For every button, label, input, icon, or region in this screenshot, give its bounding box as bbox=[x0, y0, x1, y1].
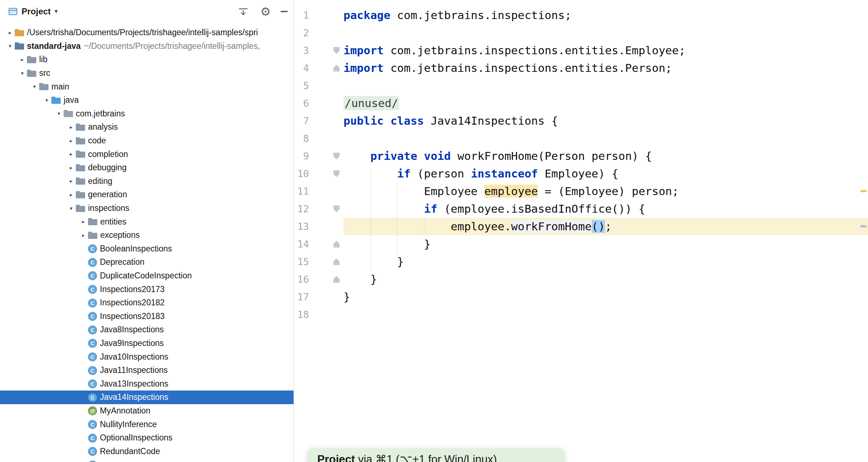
code-line-12[interactable]: 12 if (employee.isBasedInOffice()) { bbox=[294, 200, 868, 218]
tree-item-java10inspections[interactable]: CJava10Inspections bbox=[0, 350, 294, 364]
project-panel-header: Project ▾ ⚙ bbox=[0, 0, 294, 23]
tree-item-editing[interactable]: ▸editing bbox=[0, 175, 294, 188]
tree-item-deprecation[interactable]: CDeprecation bbox=[0, 255, 294, 269]
code-editor[interactable]: 1package com.jetbrains.inspections;23imp… bbox=[294, 0, 868, 462]
tree-item-debugging[interactable]: ▸debugging bbox=[0, 161, 294, 175]
tree-item-java9inspections[interactable]: CJava9Inspections bbox=[0, 337, 294, 350]
chevron-down-icon[interactable]: ▾ bbox=[18, 70, 27, 77]
gear-icon[interactable]: ⚙ bbox=[259, 5, 272, 18]
chevron-right-icon[interactable]: ▸ bbox=[5, 29, 15, 36]
code-token: } bbox=[343, 255, 404, 268]
code-token: ; bbox=[605, 220, 612, 233]
tree-item-main[interactable]: ▾main bbox=[0, 80, 294, 93]
line-number[interactable]: 6 bbox=[294, 94, 343, 112]
tree-item-com-jetbrains[interactable]: ▾com.jetbrains bbox=[0, 107, 294, 121]
error-stripe-mark[interactable] bbox=[860, 225, 867, 227]
tree-item-label: editing bbox=[88, 176, 112, 186]
code-line-5[interactable]: 5 bbox=[294, 77, 868, 94]
code-line-13[interactable]: 13 employee.workFromHome(); bbox=[294, 218, 868, 235]
tree-item-src[interactable]: ▾src bbox=[0, 66, 294, 80]
tree-item-inspections20182[interactable]: CInspections20182 bbox=[0, 296, 294, 310]
tree-item-code[interactable]: ▸code bbox=[0, 134, 294, 148]
tree-item-lib[interactable]: ▸lib bbox=[0, 53, 294, 66]
hide-panel-icon[interactable] bbox=[278, 5, 290, 18]
chevron-right-icon[interactable]: ▸ bbox=[66, 191, 76, 198]
tree-item-exceptions[interactable]: ▸exceptions bbox=[0, 228, 294, 242]
folder-icon bbox=[76, 163, 85, 172]
line-number[interactable]: 17 bbox=[294, 288, 343, 306]
code-token: (person bbox=[411, 167, 471, 180]
line-number[interactable]: 8 bbox=[294, 130, 343, 147]
line-number[interactable]: 2 bbox=[294, 24, 343, 42]
tree-item-nullityinference[interactable]: CNullityInference bbox=[0, 417, 294, 431]
tree-item-completion[interactable]: ▸completion bbox=[0, 147, 294, 161]
tree-item-generation[interactable]: ▸generation bbox=[0, 188, 294, 202]
chevron-down-icon[interactable]: ▾ bbox=[42, 97, 51, 103]
chevron-right-icon[interactable]: ▸ bbox=[66, 165, 76, 171]
code-line-10[interactable]: 10 if (person instanceof Employee) { bbox=[294, 165, 868, 183]
tree-item-inspections20173[interactable]: CInspections20173 bbox=[0, 282, 294, 296]
code-line-8[interactable]: 8 bbox=[294, 130, 868, 147]
code-line-18[interactable]: 18 bbox=[294, 306, 868, 323]
package-icon bbox=[64, 109, 73, 118]
code-line-7[interactable]: 7public class Java14Inspections { bbox=[294, 112, 868, 130]
chevron-right-icon[interactable]: ▸ bbox=[66, 138, 76, 144]
tree-item-java[interactable]: ▾java bbox=[0, 93, 294, 107]
tree-item-inspections20183[interactable]: CInspections20183 bbox=[0, 309, 294, 323]
project-panel-title[interactable]: Project bbox=[22, 0, 51, 23]
tree-item-standard-java[interactable]: ▾standard-java~/Documents/Projects/trish… bbox=[0, 40, 294, 53]
tree-item--users-trisha-documents-projects-trishagee-intellij-samples-spri[interactable]: ▸/Users/trisha/Documents/Projects/trisha… bbox=[0, 26, 294, 40]
chevron-down-icon[interactable]: ▾ bbox=[55, 0, 58, 23]
collapse-all-icon[interactable] bbox=[237, 5, 249, 18]
code-line-4[interactable]: 4import com.jetbrains.inspections.entiti… bbox=[294, 59, 868, 77]
tree-item-duplicatecodeinspection[interactable]: CDuplicateCodeInspection bbox=[0, 269, 294, 283]
chevron-down-icon[interactable]: ▾ bbox=[66, 205, 76, 212]
code-token: private void bbox=[370, 149, 451, 162]
tree-item-java11inspections[interactable]: CJava11Inspections bbox=[0, 364, 294, 377]
tree-item-label: Inspections20173 bbox=[100, 285, 165, 294]
line-number[interactable]: 7 bbox=[294, 112, 343, 130]
folder-source-icon bbox=[51, 96, 61, 105]
tree-item-entities[interactable]: ▸entities bbox=[0, 215, 294, 228]
code-line-6[interactable]: 6/unused/ bbox=[294, 94, 868, 112]
code-line-14[interactable]: 14 } bbox=[294, 235, 868, 253]
shortcut-tooltip[interactable]: Project via ⌘1 (⌥+1 for Win/Linux) bbox=[308, 448, 564, 462]
line-number[interactable]: 5 bbox=[294, 77, 343, 94]
tree-item-analysis[interactable]: ▸analysis bbox=[0, 120, 294, 134]
tree-item-booleaninspections[interactable]: CBooleanInspections bbox=[0, 242, 294, 256]
tree-item-optionalinspections[interactable]: COptionalInspections bbox=[0, 431, 294, 445]
code-line-1[interactable]: 1package com.jetbrains.inspections; bbox=[294, 6, 868, 24]
tree-item-redundantcode[interactable]: CRedundantCode bbox=[0, 444, 294, 458]
chevron-right-icon[interactable]: ▸ bbox=[66, 124, 76, 130]
chevron-right-icon[interactable]: ▸ bbox=[79, 232, 88, 239]
chevron-down-icon[interactable]: ▾ bbox=[5, 43, 15, 49]
line-number[interactable]: 1 bbox=[294, 6, 343, 24]
tooltip-shortcut-text: via ⌘1 (⌥+1 for Win/Linux) bbox=[355, 453, 497, 462]
code-line-11[interactable]: 11 Employee employee = (Employee) person… bbox=[294, 183, 868, 200]
code-line-3[interactable]: 3import com.jetbrains.inspections.entiti… bbox=[294, 42, 868, 59]
chevron-right-icon[interactable]: ▸ bbox=[66, 178, 76, 184]
chevron-right-icon[interactable]: ▸ bbox=[66, 151, 76, 157]
code-line-2[interactable]: 2 bbox=[294, 24, 868, 42]
code-text: if (person instanceof Employee) { bbox=[343, 165, 868, 183]
tree-item-java8inspections[interactable]: CJava8Inspections bbox=[0, 323, 294, 337]
code-line-15[interactable]: 15 } bbox=[294, 253, 868, 271]
project-tool-window: Project ▾ ⚙ ▸/Users/trisha/Documents/Pro… bbox=[0, 0, 294, 462]
chevron-right-icon[interactable]: ▸ bbox=[79, 218, 88, 225]
tree-item-inspections[interactable]: ▾inspections bbox=[0, 202, 294, 215]
chevron-right-icon[interactable]: ▸ bbox=[18, 56, 27, 63]
code-line-17[interactable]: 17} bbox=[294, 288, 868, 306]
tree-item-myannotation[interactable]: @MyAnnotation bbox=[0, 404, 294, 418]
line-number[interactable]: 11 bbox=[294, 183, 343, 200]
error-stripe-mark[interactable] bbox=[860, 190, 867, 192]
chevron-down-icon[interactable]: ▾ bbox=[54, 110, 64, 117]
code-line-16[interactable]: 16 } bbox=[294, 271, 868, 288]
line-number[interactable]: 18 bbox=[294, 306, 343, 323]
tree-item-partial[interactable]: C bbox=[0, 458, 294, 462]
tree-item-java13inspections[interactable]: CJava13Inspections bbox=[0, 377, 294, 391]
line-number[interactable]: 13 bbox=[294, 218, 343, 235]
chevron-down-icon[interactable]: ▾ bbox=[30, 83, 39, 90]
project-tree[interactable]: ▸/Users/trisha/Documents/Projects/trisha… bbox=[0, 23, 294, 462]
code-line-9[interactable]: 9 private void workFromHome(Person perso… bbox=[294, 147, 868, 165]
tree-item-java14inspections[interactable]: CJava14Inspections bbox=[0, 391, 294, 404]
